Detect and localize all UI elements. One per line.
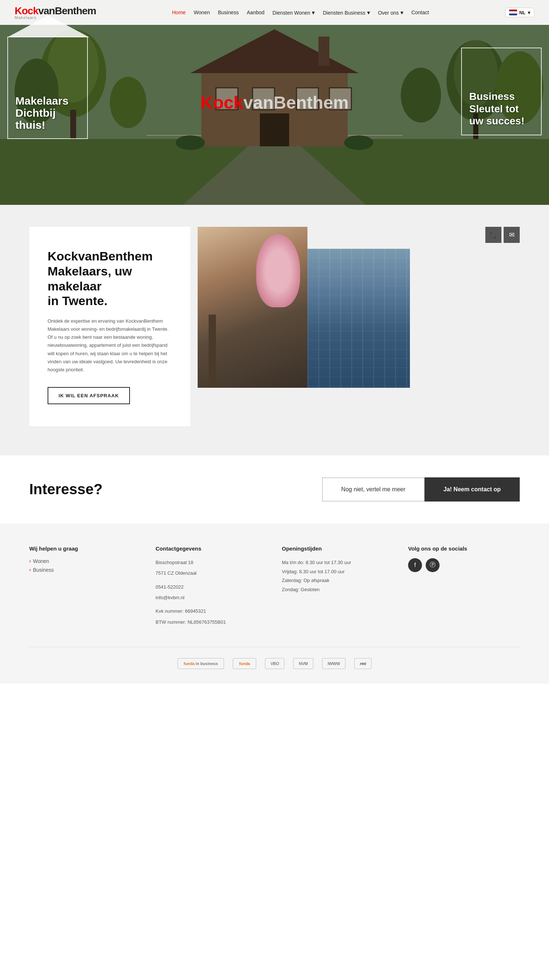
lang-label: NL [519, 10, 525, 15]
hero-logo-rest: vanBenthem [243, 93, 349, 112]
hero-section: KockvanBenthem Makelaars Dichtbij thuis!… [0, 0, 549, 205]
about-title: KockvanBenthem Makelaars, uw makelaar in… [48, 249, 172, 309]
chevron-icon: › [29, 558, 31, 564]
chevron-icon: › [29, 567, 31, 573]
footer-hours-fri: Vrijdag: 8.30 uur tot 17.00 uur [282, 567, 393, 576]
footer-phone[interactable]: 0541-522022 [156, 583, 267, 591]
footer-col-social: Volg ons op de socials f Ⓟ [408, 546, 520, 628]
nav-links: Home Wonen Business Aanbod Diensten Wone… [172, 9, 429, 16]
facebook-icon[interactable]: f [408, 558, 422, 572]
about-description: Ontdek de expertise en ervaring van Kock… [48, 317, 172, 374]
footer-kvk: Kvk nummer: 66945321 [156, 607, 267, 615]
partner-rmi[interactable]: rmi [354, 658, 372, 669]
hero-center-logo: KockvanBenthem [200, 92, 348, 113]
footer-social-title: Volg ons op de socials [408, 546, 520, 552]
tell-me-more-button[interactable]: Nog niet, vertel me meer [322, 477, 424, 501]
footer-col-contact: Contactgegevens Bisschopstraat 18 7571 C… [156, 546, 267, 628]
logo-van: van [38, 5, 54, 16]
nav-over-ons[interactable]: Over ons [378, 10, 399, 16]
footer-contact-title: Contactgegevens [156, 546, 267, 552]
hero-box-wonen[interactable]: Makelaars Dichtbij thuis! [7, 37, 88, 139]
footer-partners: funda in business funda VBO NVM IWWW rmi [29, 647, 520, 669]
partner-vbo[interactable]: VBO [265, 658, 284, 669]
footer-hours-sat: Zaterdag: Op afspraak [282, 576, 393, 585]
house-image [198, 227, 308, 388]
contact-button[interactable]: Ja! Neem contact op [425, 477, 520, 501]
footer-address2: 7571 CZ Oldenzaal [156, 569, 267, 577]
hero-business-text: Business Sleutel tot uw succes! [469, 91, 534, 127]
footer-link-business[interactable]: › Business [29, 567, 141, 573]
nav-diensten-business[interactable]: Diensten Business [323, 10, 365, 16]
interesse-section: Interesse? Nog niet, vertel me meer Ja! … [0, 455, 549, 523]
about-section: 📞 ✉ KockvanBenthem Makelaars, uw makelaa… [0, 205, 549, 455]
partner-funda[interactable]: funda [233, 658, 256, 669]
appointment-button[interactable]: IK WIL EEN AFSPRAAK [48, 387, 130, 404]
logo-kock: Kock [14, 5, 38, 16]
footer-col-help: Wij helpen u graag › Wonen › Business [29, 546, 141, 628]
partner-iwww[interactable]: IWWW [322, 658, 345, 669]
nav-aanbod[interactable]: Aanbod [247, 10, 264, 15]
nl-flag [509, 10, 517, 15]
footer-address1: Bisschopstraat 18 [156, 558, 267, 566]
hero-wonen-text: Makelaars Dichtbij thuis! [15, 95, 80, 131]
about-images [198, 227, 520, 426]
footer-link-wonen[interactable]: › Wonen [29, 558, 141, 564]
nav-wonen[interactable]: Wonen [194, 10, 210, 15]
nav-contact[interactable]: Contact [412, 10, 429, 15]
logo-benthem: Benthem [55, 5, 96, 16]
language-selector[interactable]: NL ▾ [505, 8, 535, 17]
nav-diensten-wonen[interactable]: Diensten Wonen [273, 10, 310, 16]
navigation: KockvanBenthem Makelaars Home Wonen Busi… [0, 0, 549, 25]
footer: Wij helpen u graag › Wonen › Business Co… [0, 523, 549, 684]
interesse-title: Interesse? [29, 481, 102, 498]
logo[interactable]: KockvanBenthem Makelaars [14, 5, 96, 20]
footer-email[interactable]: info@kvbm.nl [156, 593, 267, 602]
office-image [308, 249, 410, 388]
footer-hours-mon-thu: Ma t/m do: 8.30 uur tot 17.30 uur [282, 558, 393, 567]
footer-hours-title: Openingstijden [282, 546, 393, 552]
footer-btw: BTW nummer: NL856763755B01 [156, 618, 267, 626]
footer-col-hours: Openingstijden Ma t/m do: 8.30 uur tot 1… [282, 546, 393, 628]
nav-home[interactable]: Home [172, 10, 185, 15]
chevron-down-icon: ▾ [528, 10, 530, 15]
social-icons: f Ⓟ [408, 558, 520, 572]
interesse-buttons: Nog niet, vertel me meer Ja! Neem contac… [322, 477, 520, 501]
footer-grid: Wij helpen u graag › Wonen › Business Co… [29, 546, 520, 628]
instagram-icon[interactable]: Ⓟ [426, 558, 440, 572]
partner-nvm[interactable]: NVM [293, 658, 313, 669]
nav-business[interactable]: Business [218, 10, 239, 15]
hero-box-business[interactable]: Business Sleutel tot uw succes! [461, 48, 542, 135]
footer-help-title: Wij helpen u graag [29, 546, 141, 552]
about-card: KockvanBenthem Makelaars, uw makelaar in… [29, 227, 190, 426]
partner-funda-business[interactable]: funda in business [177, 658, 224, 669]
hero-logo-kock: Kock [200, 93, 243, 112]
footer-hours-sun: Zondag: Gesloten [282, 585, 393, 595]
